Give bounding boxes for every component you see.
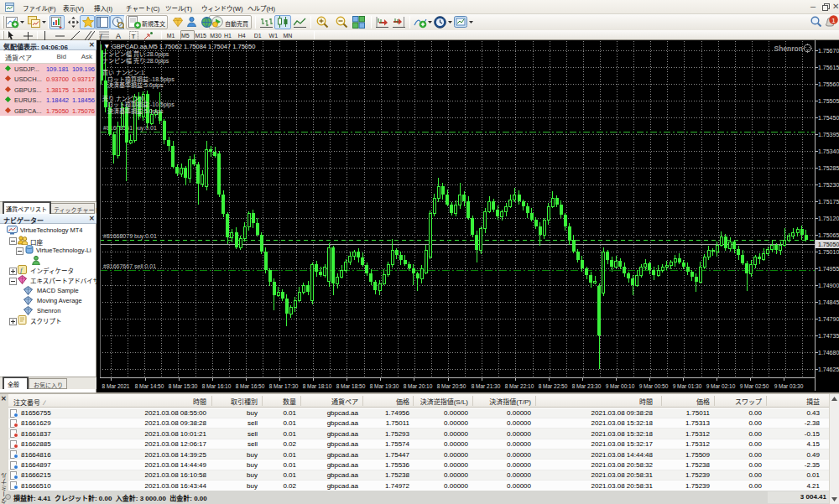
svg-text:8 Mar 23:30: 8 Mar 23:30	[572, 383, 602, 389]
svg-text:1.75340: 1.75340	[818, 148, 839, 154]
svg-text:1.75230: 1.75230	[818, 182, 839, 188]
svg-text:8 Mar 14:50: 8 Mar 14:50	[135, 383, 164, 389]
svg-text:8 Mar 22:10: 8 Mar 22:10	[505, 383, 534, 389]
svg-text:8 Mar 19:30: 8 Mar 19:30	[370, 383, 399, 389]
svg-text:決済基準損益:5.0pips: 決済基準損益:5.0pips	[107, 81, 164, 89]
svg-text:1: 1	[831, 17, 836, 24]
svg-text:1.75010: 1.75010	[818, 249, 839, 255]
svg-text:1.75065: 1.75065	[818, 232, 839, 238]
svg-text:8 Mar 22:50: 8 Mar 22:50	[539, 383, 568, 389]
svg-text:1.74900: 1.74900	[818, 283, 839, 288]
svg-text:8 Mar 20:10: 8 Mar 20:10	[404, 383, 433, 389]
svg-text:1.74845: 1.74845	[818, 299, 839, 305]
svg-text:1.75615: 1.75615	[818, 65, 839, 70]
svg-text:9 Mar 00:10: 9 Mar 00:10	[606, 383, 635, 389]
svg-text:8 Mar 18:50: 8 Mar 18:50	[336, 383, 366, 389]
svg-text:8 Mar 17:30: 8 Mar 17:30	[269, 383, 299, 389]
svg-text:9 Mar 01:30: 9 Mar 01:30	[673, 383, 702, 389]
svg-text:1.75670: 1.75670	[818, 48, 839, 54]
svg-text:8 Mar 18:10: 8 Mar 18:10	[303, 383, 332, 389]
svg-text:9 Mar 02:50: 9 Mar 02:50	[740, 383, 769, 389]
svg-text:9 Mar 02:10: 9 Mar 02:10	[706, 383, 736, 389]
svg-text:GBPCAD.aa,M5 1.75062 1.75084: GBPCAD.aa,M5 1.75062 1.75084 1.75047 1.7…	[112, 43, 255, 50]
svg-text:1.75050: 1.75050	[818, 242, 839, 247]
svg-text:8 Mar 16:50: 8 Mar 16:50	[236, 383, 265, 389]
svg-text:Shenron: Shenron	[774, 44, 803, 53]
svg-text:決済基準損益:5.0pips: 決済基準損益:5.0pips	[107, 107, 164, 115]
svg-text:ナンピン幅 売り:28.0pips: ナンピン幅 売り:28.0pips	[102, 57, 169, 65]
svg-text:1.75175: 1.75175	[818, 199, 839, 205]
svg-text:1.75505: 1.75505	[818, 98, 839, 104]
svg-text:▼: ▼	[103, 42, 110, 50]
svg-text:1.75450: 1.75450	[818, 115, 839, 121]
svg-text:1.74790: 1.74790	[818, 316, 839, 322]
svg-text:1.74625: 1.74625	[818, 366, 839, 372]
svg-text:9 Mar 00:50: 9 Mar 00:50	[639, 383, 669, 389]
svg-text:8 Mar 15:30: 8 Mar 15:30	[169, 383, 198, 389]
svg-text:9 Mar 03:30: 9 Mar 03:30	[774, 383, 804, 389]
svg-text:1.75285: 1.75285	[818, 165, 839, 171]
svg-text:1.75560: 1.75560	[818, 81, 839, 87]
svg-text:T: T	[132, 33, 136, 40]
svg-text:8 Mar 16:10: 8 Mar 16:10	[202, 383, 232, 389]
svg-text:1.75395: 1.75395	[818, 132, 839, 138]
svg-text:8 Mar 20:50: 8 Mar 20:50	[437, 383, 466, 389]
svg-text:8 Mar 21:30: 8 Mar 21:30	[472, 383, 501, 389]
svg-text:#81668079 buy 0.01: #81668079 buy 0.01	[103, 233, 157, 240]
svg-text:1.74955: 1.74955	[818, 266, 839, 272]
svg-text:1.74735: 1.74735	[818, 333, 839, 339]
svg-text:8 Mar 2021: 8 Mar 2021	[102, 383, 130, 389]
svg-text:1.75120: 1.75120	[818, 216, 839, 221]
svg-text:1.74680: 1.74680	[818, 350, 839, 356]
svg-text:#81667667 sell 0.01: #81667667 sell 0.01	[103, 263, 156, 269]
